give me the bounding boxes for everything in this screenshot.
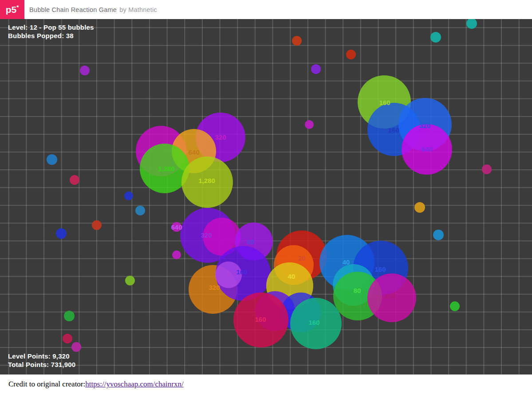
bubble[interactable] — [70, 175, 79, 185]
hud-bottom: Level Points: 9,320 Total Points: 731,90… — [8, 352, 75, 369]
hud-total-points-text: Total Points: 731,900 — [8, 360, 75, 369]
credit-link[interactable]: https://yvoschaap.com/chainrxn/ — [85, 380, 183, 389]
bubble[interactable] — [346, 50, 356, 59]
bubble[interactable] — [135, 206, 145, 215]
bubble[interactable] — [466, 19, 477, 29]
bubble-points-label: 80 — [354, 287, 361, 294]
bubble[interactable] — [311, 64, 321, 74]
sketch-title: Bubble Chain Reaction Game — [29, 6, 117, 13]
bubble[interactable] — [430, 32, 441, 43]
bubble-points-label: 20 — [298, 254, 306, 262]
bubble[interactable] — [63, 334, 72, 343]
hud-top: Level: 12 - Pop 55 bubbles Bubbles Poppe… — [8, 23, 94, 40]
bubble-points-label: 160 — [385, 292, 396, 300]
bubble-points-label: 640 — [188, 148, 199, 156]
hud-popped-text: Bubbles Popped: 38 — [8, 31, 94, 40]
hud-level-points-text: Level Points: 9,320 — [8, 352, 75, 360]
app-header: p5* Bubble Chain Reaction Game by Mathne… — [0, 0, 532, 19]
credit-text: Credit to original creator: — [8, 380, 85, 389]
bubble[interactable] — [47, 154, 57, 165]
bubble[interactable] — [71, 342, 81, 352]
bubble[interactable] — [125, 276, 135, 285]
p5js-logo: p5* — [0, 0, 24, 19]
bubble[interactable] — [172, 250, 181, 259]
bubble-points-label: 160 — [388, 126, 399, 134]
bubble-points-label: 320 — [209, 284, 220, 291]
bubble[interactable] — [64, 311, 75, 321]
bubble[interactable] — [80, 66, 90, 75]
bubble-points-label: 160 — [255, 316, 266, 323]
bubble-points-label: 640 — [421, 145, 432, 153]
bubble[interactable] — [292, 36, 302, 46]
sketch-author: by Mathnetic — [119, 6, 157, 13]
bubble[interactable] — [92, 220, 102, 230]
bubble-points-label: 320 — [419, 122, 430, 129]
bubble-points-label: 1,280 — [198, 177, 215, 184]
bubble-points-label: 80 — [247, 238, 255, 246]
bubble-points-label: 160 — [374, 265, 386, 273]
hud-level-text: Level: 12 - Pop 55 bubbles — [8, 23, 94, 31]
p5js-logo-text: p5 — [6, 4, 17, 15]
bubble-points-label: 160 — [379, 99, 390, 106]
bubble[interactable] — [56, 228, 67, 239]
credit-bar: Credit to original creator: https://yvos… — [0, 374, 532, 394]
bubble-points-label: 40 — [288, 273, 296, 280]
bubble-points-label: 160 — [308, 319, 319, 326]
bubble[interactable] — [305, 120, 314, 129]
bubble[interactable] — [414, 202, 425, 213]
bubble[interactable] — [482, 164, 492, 174]
bubble[interactable] — [433, 230, 444, 240]
bubble-points-label: 320 — [201, 231, 212, 239]
bubble-points-label: 640 — [171, 223, 182, 231]
game-canvas[interactable]: Level: 12 - Pop 55 bubbles Bubbles Poppe… — [0, 19, 532, 374]
sketch-title-bar: Bubble Chain Reaction Game by Mathnetic — [29, 6, 157, 13]
bubble-points-label: 40 — [343, 258, 350, 266]
bubble[interactable] — [450, 301, 460, 311]
bubble-points-label: 320 — [215, 133, 226, 141]
bubble[interactable] — [124, 191, 133, 200]
bubble-points-label: 1,280 — [158, 165, 175, 172]
bubble-points-label: 160 — [236, 268, 247, 276]
